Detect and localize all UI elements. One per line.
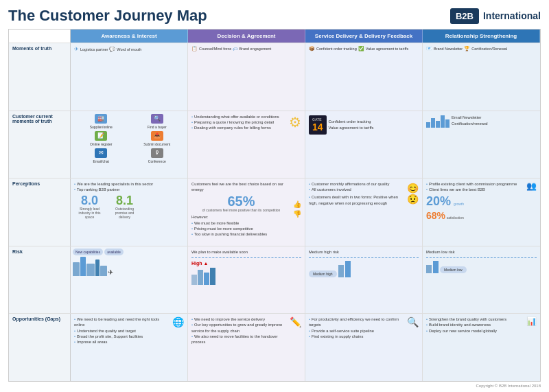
- mot-service-cell: 📦 Confident order tracking ✅ Value agree…: [305, 43, 423, 111]
- buyer-box: 🔍: [151, 114, 163, 124]
- footer: Copyright © B2B International 2018: [8, 382, 541, 388]
- map-container: Awareness & Interest Decision & Agreemen…: [8, 29, 541, 382]
- row-opportunities: Opportunities (Gaps) •We need to be lead…: [9, 313, 540, 381]
- row-label-opportunities: Opportunities (Gaps): [9, 314, 71, 381]
- thumb-down-icon: 👎: [293, 210, 301, 218]
- register-icon-item: 📝 Online register: [74, 131, 128, 146]
- gear-icon: ⚙: [289, 114, 301, 130]
- risk-decision-cell: We plan to make available soon High ▲: [188, 246, 305, 314]
- mini-bar-chart: [426, 114, 449, 128]
- col-header-service: Service Delivery & Delivery Feedback: [305, 30, 423, 43]
- cloud-4: Medium low: [440, 266, 467, 273]
- score-8-1: 8.1: [109, 194, 140, 207]
- page: The Customer Journey Map B2B Internation…: [0, 0, 549, 392]
- row-label-risk: Risk: [9, 246, 71, 314]
- customer-service-cell: GATE 14 Confident order tracking Value a…: [305, 111, 423, 178]
- logo-b2b: B2B: [450, 8, 479, 24]
- col-header-decision: Decision & Agreement: [188, 30, 305, 43]
- email2-box: ✉: [95, 148, 107, 158]
- row-customer-moments: Customer current moments of truth 🏭 Supp…: [9, 111, 540, 178]
- header-empty-cell: [9, 30, 71, 43]
- dotted-risk-line: [191, 257, 301, 258]
- dotted-risk-line-3: [426, 257, 537, 258]
- logo-area: B2B International: [450, 8, 541, 24]
- logo-international: International: [483, 10, 541, 21]
- opp-decision-cell: •We need to improve the service delivery…: [188, 314, 305, 381]
- percent-20: 20%: [426, 194, 451, 209]
- value-icon: ✅: [358, 46, 364, 51]
- supplier-icon-item: 🏭 Supplier/online: [74, 114, 128, 129]
- risk-service-cell: Medium high risk Medium high: [305, 246, 423, 314]
- smiley-sad-icon: 😟: [407, 194, 419, 205]
- submit-box: 📤: [151, 131, 163, 141]
- supplier-box: 🏭: [95, 114, 107, 124]
- page-title: The Customer Journey Map: [8, 7, 207, 25]
- cloud-2: available: [104, 249, 124, 255]
- column-headers: Awareness & Interest Decision & Agreemen…: [9, 30, 540, 43]
- email-icon: 📧: [426, 46, 432, 51]
- opp-service-cell: •For productivity and efficiency we need…: [305, 314, 423, 381]
- col-header-awareness: Awareness & Interest: [71, 30, 188, 43]
- conference-box: 🎙: [151, 148, 163, 158]
- risk-awareness-cell: New capabilities available ✈: [71, 246, 188, 314]
- mot-awareness-cell: ✈ Logistics partner 💬 Word of mouth: [71, 43, 188, 111]
- dotted-risk-line-2: [309, 257, 419, 258]
- flight-board: GATE 14: [309, 115, 327, 135]
- row-label-perceptions: Perceptions: [9, 178, 71, 246]
- world-icon: 🌐: [172, 316, 184, 327]
- cloud-1: New capabilities: [73, 249, 103, 255]
- col-header-relationship: Relationship Strengthening: [423, 30, 540, 43]
- row-risk: Risk New capabilities available: [9, 246, 540, 314]
- content-rows: Moments of truth ✈ Logistics partner 💬 W…: [9, 43, 540, 381]
- mot-decision-cell: 📋 Counsel/Mind force 🏷 Brand engagement: [188, 43, 305, 111]
- cloud-3: Medium high: [309, 270, 337, 277]
- opp-relationship-cell: •Strengthen the brand quality with custo…: [423, 314, 540, 381]
- counsel-icon: 📋: [191, 46, 198, 51]
- perceptions-service-cell: •Customer monthly affirmations of our qu…: [305, 178, 423, 246]
- percent-65: 65%: [191, 194, 291, 208]
- risk-relationship-cell: Medium low risk Medium low: [423, 246, 540, 314]
- mot-relationship-cell: 📧 Brand Newsletter 🏆 Certification/Renew…: [423, 43, 540, 111]
- cert-icon: 🏆: [464, 46, 470, 51]
- brand-icon: 🏷: [233, 47, 237, 51]
- perceptions-awareness-cell: •We are the leading specialists in this …: [71, 178, 188, 246]
- perceptions-decision-cell: Customers feel we are the best choice ba…: [188, 178, 305, 246]
- chart-icon: 📊: [526, 316, 537, 326]
- email2-icon-item: ✉ Email/chat: [74, 148, 128, 163]
- percent-68: 68%: [426, 210, 445, 221]
- smiley-happy-icon: 😊: [407, 183, 419, 194]
- register-box: 📝: [95, 131, 107, 141]
- plane-icon-2: ✈: [108, 268, 113, 276]
- conference-icon-item: 🎙 Conference: [130, 148, 185, 163]
- row-moments-of-truth: Moments of truth ✈ Logistics partner 💬 W…: [9, 43, 540, 111]
- customer-awareness-cell: 🏭 Supplier/online 🔍 Find a buyer 📝 Onlin…: [71, 111, 188, 178]
- buyer-icon-item: 🔍 Find a buyer: [130, 114, 185, 129]
- track-icon: 📦: [309, 46, 315, 51]
- perceptions-relationship-cell: •Profile existing client with commission…: [423, 178, 540, 246]
- thumb-up-icon: 👍: [293, 200, 301, 208]
- row-perceptions: Perceptions •We are the leading speciali…: [9, 178, 540, 246]
- submit-icon-item: 📤 Submit document: [130, 131, 185, 146]
- magnify-icon: 🔍: [407, 316, 419, 327]
- header: The Customer Journey Map B2B Internation…: [8, 7, 541, 25]
- row-label-customer: Customer current moments of truth: [9, 111, 71, 178]
- customer-decision-cell: •Understanding what offer available or c…: [188, 111, 305, 178]
- customer-relationship-cell: Email Newsletter Certification/renewal: [423, 111, 540, 178]
- opp-awareness-cell: •We need to be leading and need the righ…: [71, 314, 188, 381]
- high-risk-label: High ▲: [191, 261, 301, 266]
- people-icon: 👥: [526, 181, 537, 191]
- plane-icon: ✈: [74, 46, 79, 52]
- score-8-0: 8.0: [74, 194, 105, 207]
- row-label-mot: Moments of truth: [9, 43, 71, 111]
- pen-icon: ✏️: [290, 316, 301, 327]
- speech-icon: 💬: [109, 47, 115, 52]
